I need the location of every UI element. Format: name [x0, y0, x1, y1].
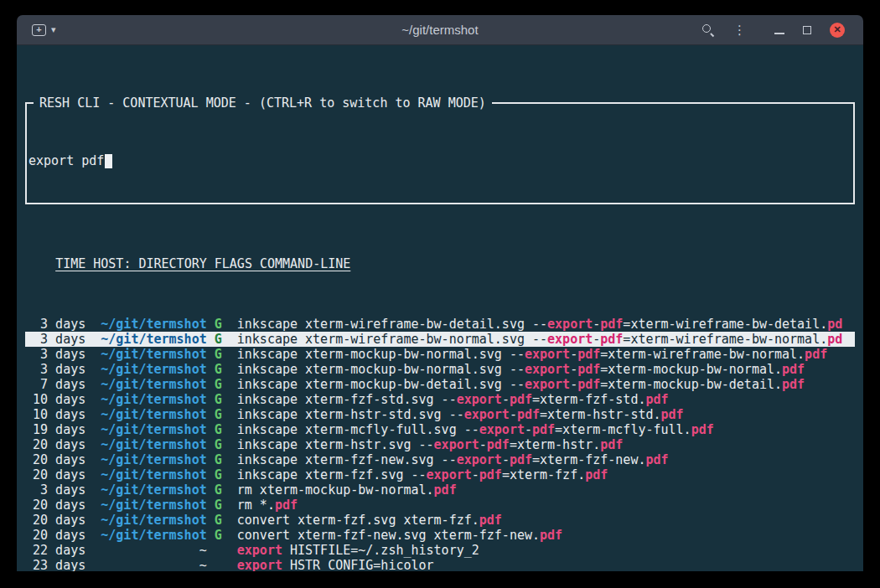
- row-flags: G: [215, 467, 222, 482]
- history-row[interactable]: 22 days~export HISTFILE=~/.zsh_history_2: [25, 543, 855, 558]
- row-host-directory: ~/git/termshot: [93, 482, 206, 498]
- text-cursor: [105, 154, 112, 168]
- command-segment: convert xterm-fzf.svg xterm-fzf.: [237, 513, 479, 528]
- history-row[interactable]: 3 days~/git/termshotGrm xterm-mockup-bw-…: [25, 482, 855, 498]
- row-time: 3 days: [25, 362, 85, 377]
- history-row[interactable]: 20 days~/git/termshotGrm *.pdf: [25, 498, 855, 513]
- search-input[interactable]: export pdf: [27, 149, 853, 173]
- command-match-segment: pdf: [532, 422, 555, 437]
- command-match-segment: pdf: [645, 392, 668, 407]
- row-command: rm xterm-mockup-bw-normal.pdf: [237, 482, 457, 498]
- command-segment: =xterm-wireframe-bw-normal.: [623, 332, 827, 347]
- command-segment: inkscape xterm-mcfly-full.svg --: [237, 422, 479, 437]
- command-segment: convert xterm-fzf-new.svg xterm-fzf-new.: [237, 528, 540, 543]
- menu-button[interactable]: ⋮: [733, 23, 746, 36]
- command-match-segment: pdf: [600, 317, 623, 332]
- command-match-segment: pdf: [782, 362, 805, 377]
- close-button[interactable]: ✕: [830, 23, 845, 38]
- command-match-segment: pdf: [661, 407, 684, 422]
- row-time: 23 days: [25, 558, 85, 571]
- command-segment: -: [570, 362, 577, 377]
- history-row[interactable]: 23 days~export HSTR_CONFIG=hicolor: [25, 558, 855, 571]
- minimize-icon: [774, 33, 784, 34]
- command-segment: -: [593, 317, 600, 332]
- titlebar-right-group: ⋮ ✕: [701, 23, 863, 38]
- command-match-segment: pdf: [434, 482, 457, 498]
- row-flags: G: [215, 528, 222, 543]
- minimize-button[interactable]: [774, 26, 784, 34]
- new-tab-button[interactable]: +: [32, 24, 46, 36]
- command-match-segment: export: [525, 362, 570, 377]
- history-list: 3 days~/git/termshotGinkscape xterm-wire…: [25, 317, 855, 571]
- history-row[interactable]: 3 days~/git/termshotGinkscape xterm-mock…: [25, 347, 855, 362]
- terminal-content: RESH CLI - CONTEXTUAL MODE - (CTRL+R to …: [17, 45, 863, 571]
- command-match-segment: pd: [827, 317, 842, 332]
- row-host-directory: ~/git/termshot: [93, 437, 206, 452]
- search-button[interactable]: [701, 23, 715, 37]
- command-segment: inkscape xterm-fzf-new.svg --: [237, 452, 457, 467]
- titlebar: + ▾ ~/git/termshot ⋮ ✕: [17, 15, 863, 45]
- history-row[interactable]: 20 days~/git/termshotGconvert xterm-fzf.…: [25, 513, 855, 528]
- command-match-segment: pdf: [805, 347, 827, 362]
- row-host-directory: ~/git/termshot: [93, 332, 206, 347]
- tab-switcher-button[interactable]: ▾: [51, 25, 56, 34]
- row-command: inkscape xterm-fzf.svg --export-pdf=xter…: [237, 467, 608, 482]
- command-match-segment: pdf: [600, 332, 623, 347]
- row-flags: G: [215, 362, 222, 377]
- row-time: 7 days: [25, 377, 85, 392]
- row-command: inkscape xterm-hstr.svg --export-pdf=xte…: [237, 437, 624, 452]
- history-row[interactable]: 20 days~/git/termshotGinkscape xterm-hst…: [25, 437, 855, 452]
- history-row[interactable]: 20 days~/git/termshotGconvert xterm-fzf-…: [25, 528, 855, 543]
- row-host-directory: ~/git/termshot: [93, 422, 206, 437]
- history-row-selected[interactable]: 3 days~/git/termshotGinkscape xterm-wire…: [25, 332, 855, 347]
- command-match-segment: export: [525, 347, 570, 362]
- row-host-directory: ~/git/termshot: [93, 452, 206, 467]
- history-row[interactable]: 10 days~/git/termshotGinkscape xterm-hst…: [25, 407, 855, 422]
- command-match-segment: pdf: [479, 467, 502, 482]
- history-row[interactable]: 20 days~/git/termshotGinkscape xterm-fzf…: [25, 467, 855, 482]
- command-match-segment: pdf: [600, 437, 623, 452]
- titlebar-left-group: + ▾: [17, 24, 56, 36]
- command-segment: inkscape xterm-mockup-bw-detail.svg --: [237, 377, 525, 392]
- row-command: convert xterm-fzf.svg xterm-fzf.pdf: [237, 513, 502, 528]
- history-row[interactable]: 3 days~/git/termshotGinkscape xterm-mock…: [25, 362, 855, 377]
- row-command: inkscape xterm-hstr-std.svg --export-pdf…: [237, 407, 684, 422]
- terminal-window: + ▾ ~/git/termshot ⋮ ✕: [17, 15, 863, 571]
- command-match-segment: pdf: [517, 407, 540, 422]
- command-segment: -: [510, 407, 517, 422]
- row-host-directory: ~/git/termshot: [93, 377, 206, 392]
- command-match-segment: pd: [827, 332, 842, 347]
- command-segment: HISTFILE=~/.zsh_history_2: [282, 543, 479, 558]
- row-host-directory: ~/git/termshot: [93, 467, 206, 482]
- history-row[interactable]: 10 days~/git/termshotGinkscape xterm-fzf…: [25, 392, 855, 407]
- row-host-directory: ~/git/termshot: [93, 528, 206, 543]
- command-segment: inkscape xterm-wireframe-bw-detail.svg -…: [237, 317, 547, 332]
- row-host-directory: ~/git/termshot: [93, 317, 206, 332]
- row-host-directory: ~: [93, 543, 206, 558]
- history-row[interactable]: 3 days~/git/termshotGinkscape xterm-wire…: [25, 317, 855, 332]
- row-command: inkscape xterm-wireframe-bw-detail.svg -…: [237, 317, 842, 332]
- row-command: inkscape xterm-fzf-std.svg --export-pdf=…: [237, 392, 669, 407]
- command-match-segment: export: [457, 452, 502, 467]
- unmaximize-icon: [803, 26, 811, 34]
- command-match-segment: pdf: [510, 452, 532, 467]
- row-time: 10 days: [25, 392, 85, 407]
- command-segment: inkscape xterm-mockup-bw-normal.svg --: [237, 347, 525, 362]
- row-flags: G: [215, 482, 222, 498]
- command-match-segment: pdf: [577, 347, 600, 362]
- command-segment: rm xterm-mockup-bw-normal.: [237, 482, 434, 498]
- close-icon: ✕: [830, 23, 845, 38]
- history-row[interactable]: 7 days~/git/termshotGinkscape xterm-mock…: [25, 377, 855, 392]
- history-row[interactable]: 19 days~/git/termshotGinkscape xterm-mcf…: [25, 422, 855, 437]
- history-row[interactable]: 20 days~/git/termshotGinkscape xterm-fzf…: [25, 452, 855, 467]
- row-time: 22 days: [25, 543, 85, 558]
- command-match-segment: pdf: [479, 513, 502, 528]
- row-command: convert xterm-fzf-new.svg xterm-fzf-new.…: [237, 528, 562, 543]
- command-match-segment: pdf: [540, 528, 562, 543]
- command-segment: =xterm-mockup-bw-detail.: [600, 377, 782, 392]
- row-time: 3 days: [25, 317, 85, 332]
- command-segment: HSTR_CONFIG=hicolor: [282, 558, 434, 571]
- command-match-segment: export: [237, 543, 282, 558]
- history-column-header: TIME HOST: DIRECTORY FLAGS COMMAND-LINE: [25, 256, 855, 271]
- restore-button[interactable]: [803, 26, 811, 34]
